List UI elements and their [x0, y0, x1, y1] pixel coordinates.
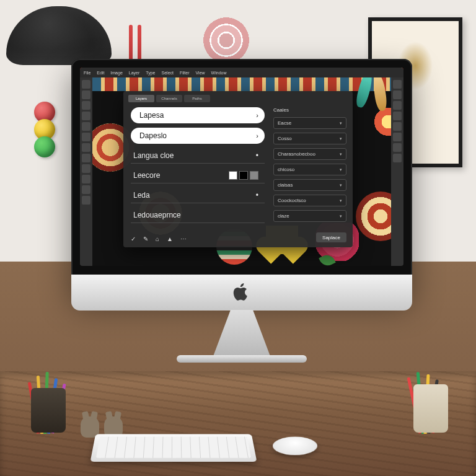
app-menubar: File Edit Image Layer Type Select Filter…	[80, 68, 403, 77]
list-item-label: Ledouaeprnce	[133, 211, 181, 219]
list-item-label: Leecore	[133, 171, 160, 180]
pencil-cup	[413, 384, 448, 433]
save-button[interactable]: Saplace	[316, 232, 346, 242]
scene: File Edit Image Layer Type Select Filter…	[0, 0, 476, 476]
tool-button[interactable]	[82, 164, 90, 173]
menu-item[interactable]: Type	[146, 71, 155, 75]
bullet-icon: •	[256, 191, 258, 200]
list-item[interactable]: Ledouaeprnce	[131, 208, 265, 223]
chevron-right-icon: ›	[256, 132, 258, 139]
dropdown[interactable]: Eacse	[273, 117, 346, 129]
swatch-icon[interactable]	[239, 171, 248, 180]
tool-button[interactable]	[82, 90, 90, 99]
edit-icon[interactable]: ✎	[143, 236, 148, 242]
tool-button[interactable]	[82, 101, 90, 110]
menu-item[interactable]: Edit	[97, 71, 104, 75]
bullet-icon: •	[256, 151, 258, 160]
pencil-cup	[31, 388, 66, 433]
panel-icon[interactable]	[393, 90, 402, 99]
swatch-icon[interactable]	[229, 171, 237, 180]
dialog-tabs: Layers Channels Paths	[128, 95, 210, 102]
more-icon[interactable]: ⋯	[180, 236, 187, 242]
color-swatches	[229, 171, 258, 180]
list-item[interactable]: Leecore	[131, 168, 265, 183]
settings-dialog: Layers Channels Paths Lapesa › Dapeslo ›	[123, 91, 353, 247]
list-item[interactable]: Lapesa ›	[131, 107, 265, 123]
monitor-foot	[177, 355, 307, 363]
panel-icon[interactable]	[393, 143, 402, 152]
tool-button[interactable]	[82, 175, 90, 183]
menu-item[interactable]: Filter	[180, 71, 190, 75]
menu-item[interactable]: Select	[162, 71, 174, 75]
menu-item[interactable]: File	[84, 71, 90, 75]
hanging-balls	[34, 105, 55, 157]
up-icon[interactable]: ▲	[167, 236, 173, 242]
list-item-label: Dapeslo	[139, 131, 167, 140]
dialog-tab[interactable]: Layers	[128, 95, 154, 102]
check-icon[interactable]: ✓	[131, 236, 136, 242]
panel-icon[interactable]	[393, 112, 402, 120]
panel-icon[interactable]	[393, 80, 402, 89]
dialog-list: Lapesa › Dapeslo › Langua cloe • Leeco	[123, 91, 270, 247]
dialog-tab[interactable]: Paths	[184, 95, 210, 102]
dialog-action-bar: ✓ ✎ ⌂ ▲ ⋯	[131, 236, 187, 242]
tool-button[interactable]	[82, 185, 90, 194]
dialog-side-panel: Caales Eacse Cosso Charasnobecboo chicos…	[270, 91, 353, 247]
screen: File Edit Image Layer Type Select Filter…	[80, 68, 403, 266]
menu-item[interactable]: Image	[110, 71, 122, 75]
dropdown[interactable]: chicoso	[273, 164, 346, 175]
tool-button[interactable]	[82, 143, 90, 152]
dropdown[interactable]: Cosso	[273, 133, 346, 144]
dropdown[interactable]: Coockoctsco	[273, 195, 346, 206]
tool-button[interactable]	[82, 154, 90, 162]
list-item-label: Leda	[133, 191, 150, 200]
list-item[interactable]: Leda •	[131, 188, 265, 203]
dropdown[interactable]: claisas	[273, 179, 346, 191]
list-item-label: Lapesa	[139, 111, 164, 120]
left-toolbar	[80, 77, 92, 266]
tool-button[interactable]	[82, 196, 90, 205]
monitor-bezel: File Edit Image Layer Type Select Filter…	[71, 59, 412, 294]
keyboard	[90, 434, 257, 462]
tool-button[interactable]	[82, 122, 90, 131]
dropdown[interactable]: Charasnobecboo	[273, 148, 346, 160]
list-item[interactable]: Dapeslo ›	[131, 128, 265, 144]
imac: File Edit Image Layer Type Select Filter…	[71, 59, 412, 375]
right-panel-strip	[391, 77, 403, 266]
tool-button[interactable]	[82, 80, 90, 89]
side-panel-header: Caales	[273, 107, 346, 113]
menu-item[interactable]: Layer	[129, 71, 140, 75]
panel-icon[interactable]	[393, 154, 402, 162]
home-icon[interactable]: ⌂	[156, 236, 159, 242]
menu-item[interactable]: View	[196, 71, 205, 75]
dropdown[interactable]: claze	[273, 210, 346, 222]
panel-icon[interactable]	[393, 122, 402, 131]
tool-button[interactable]	[82, 133, 90, 141]
chevron-right-icon: ›	[256, 112, 258, 119]
panel-icon[interactable]	[393, 101, 402, 110]
tool-button[interactable]	[82, 112, 90, 120]
apple-logo-icon	[233, 282, 250, 302]
list-item[interactable]: Langua cloe •	[131, 148, 265, 164]
dialog-tab[interactable]: Channels	[156, 95, 182, 102]
menu-item[interactable]: Window	[211, 71, 227, 75]
panel-icon[interactable]	[393, 133, 402, 141]
list-item-label: Langua cloe	[133, 151, 174, 160]
swatch-icon[interactable]	[250, 171, 258, 180]
monitor-stand	[205, 310, 279, 359]
